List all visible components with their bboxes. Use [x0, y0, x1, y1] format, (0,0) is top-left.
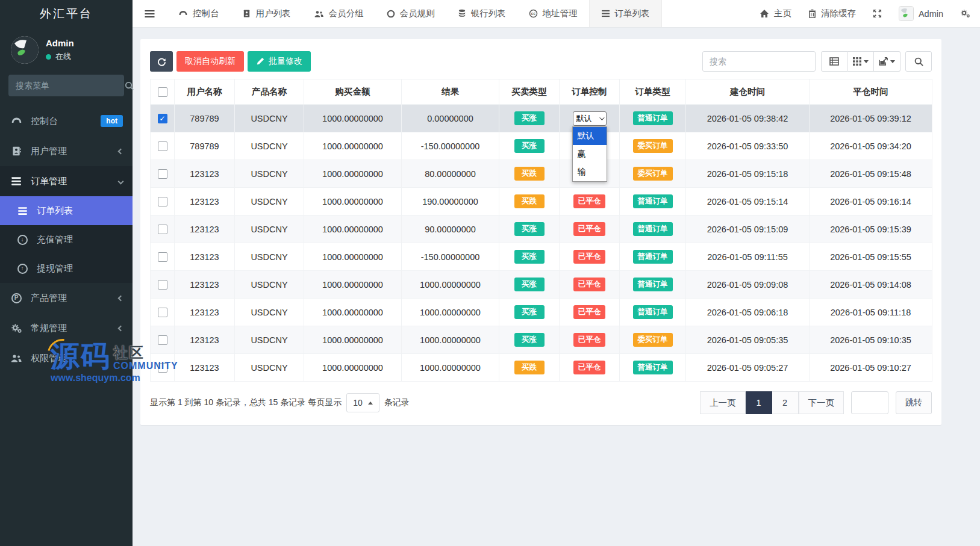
cell-product: USDCNY	[235, 216, 304, 243]
cell-trade-type: 买涨	[499, 132, 560, 160]
cell-result: 190.00000000	[402, 188, 499, 216]
row-select-cell	[151, 216, 175, 243]
table-row: ✓789789USDCNY1000.000000000.00000000买涨默认…	[151, 105, 932, 132]
cell-order-type: 委买订单	[620, 160, 686, 188]
settings-menu[interactable]	[960, 9, 970, 18]
dashboard-icon	[10, 116, 23, 127]
sidebar-item-user-management[interactable]: 用户管理	[0, 136, 133, 166]
prev-page-button[interactable]: 上一页	[700, 391, 746, 414]
sidebar-item-withdraw[interactable]: ↑ 提现管理	[0, 254, 133, 283]
table-row: 123123USDCNY1000.000000001000.00000000买涨…	[151, 326, 932, 354]
page-number-button[interactable]: 2	[772, 391, 799, 414]
toggle-view-button[interactable]	[821, 51, 847, 72]
user-status: 在线	[55, 51, 71, 62]
user-name: Admin	[46, 38, 74, 48]
sidebar-item-general-management[interactable]: 常规管理	[0, 313, 133, 343]
cell-close-time: 2026-01-05 09:34:20	[810, 132, 932, 160]
refresh-button[interactable]	[150, 51, 173, 72]
order-management-group: 订单管理 订单列表 ↓ 充值管理 ↑ 提现管理	[0, 166, 133, 283]
menu-search	[8, 75, 124, 96]
sidebar-item-product-management[interactable]: P 产品管理	[0, 283, 133, 313]
cell-trade-type: 买涨	[499, 271, 560, 299]
home-link[interactable]: 主页	[760, 8, 791, 19]
status-badge: 买涨	[514, 111, 545, 125]
tab-member-groups[interactable]: 会员分组	[302, 0, 375, 27]
page-number-button[interactable]: 1	[746, 391, 772, 414]
sidebar-item-recharge[interactable]: ↓ 充值管理	[0, 225, 133, 254]
cell-product: USDCNY	[235, 160, 304, 188]
cell-amount: 1000.00000000	[304, 271, 402, 299]
tab-address-management[interactable]: cc 地址管理	[517, 0, 589, 27]
cell-close-time: 2026-01-05 09:11:18	[810, 299, 932, 326]
cell-open-time: 2026-01-05 09:38:42	[686, 105, 810, 132]
columns-button[interactable]	[847, 51, 874, 72]
sidebar: 外汇平台 Admin 在线 控制台 hot 用户管理	[0, 0, 133, 546]
sidebar-item-dashboard[interactable]: 控制台 hot	[0, 106, 133, 136]
cell-order-type: 普通订单	[620, 354, 686, 382]
tab-bank-list[interactable]: 银行列表	[446, 0, 517, 27]
cell-open-time: 2026-01-05 09:05:27	[686, 354, 810, 382]
row-checkbox[interactable]	[158, 197, 167, 206]
cell-result: 80.00000000	[402, 160, 499, 188]
cell-trade-type: 买涨	[499, 105, 560, 132]
dashboard-icon	[178, 9, 188, 19]
cell-product: USDCNY	[235, 326, 304, 354]
status-badge: 已平仓	[573, 278, 606, 291]
clear-cache-link[interactable]: 清除缓存	[808, 8, 856, 19]
sidebar-item-permission-management[interactable]: 权限管理	[0, 343, 133, 373]
sidebar-toggle-button[interactable]	[133, 0, 167, 27]
content-area: 取消自动刷新 批量修改	[133, 28, 980, 425]
sidebar-item-order-list[interactable]: 订单列表	[0, 196, 133, 225]
row-checkbox[interactable]	[158, 252, 167, 262]
cell-open-time: 2026-01-05 09:15:09	[686, 216, 810, 243]
cancel-auto-refresh-button[interactable]: 取消自动刷新	[176, 51, 244, 72]
row-checkbox[interactable]	[158, 363, 167, 373]
chevron-left-icon	[118, 325, 124, 331]
user-menu[interactable]: Admin	[899, 6, 943, 21]
column-header: 建仓时间	[686, 79, 810, 105]
toolbar: 取消自动刷新 批量修改	[150, 51, 932, 72]
batch-edit-button[interactable]: 批量修改	[248, 51, 311, 72]
tab-user-list[interactable]: 用户列表	[231, 0, 302, 27]
records-summary: 显示第 1 到第 10 条记录，总共 15 条记录 每页显示	[150, 397, 342, 408]
row-checkbox[interactable]	[158, 280, 167, 290]
search-button[interactable]	[905, 51, 932, 72]
menu-search-input[interactable]	[16, 81, 125, 90]
cell-close-time: 2026-01-05 09:15:39	[810, 216, 932, 243]
page-size-select[interactable]: 10	[346, 393, 379, 412]
row-checkbox[interactable]	[158, 335, 167, 345]
select-all-header	[151, 79, 175, 105]
cell-result: 0.00000000	[402, 105, 499, 132]
row-checkbox[interactable]: ✓	[158, 114, 167, 123]
status-badge: 买跌	[514, 194, 545, 208]
dropdown-option[interactable]: 赢	[573, 145, 607, 163]
cell-open-time: 2026-01-05 09:05:35	[686, 326, 810, 354]
table-search-input[interactable]	[702, 51, 816, 72]
fullscreen-button[interactable]	[873, 9, 882, 18]
cell-order-type: 委买订单	[620, 326, 686, 354]
table-row: 123123USDCNY1000.000000001000.00000000买跌…	[151, 354, 932, 382]
row-checkbox[interactable]	[158, 141, 167, 151]
row-checkbox[interactable]	[158, 308, 167, 317]
export-button[interactable]	[874, 51, 900, 72]
tab-order-list[interactable]: 订单列表	[589, 0, 662, 27]
tab-console[interactable]: 控制台	[167, 0, 231, 27]
cell-close-time: 2026-01-05 09:15:55	[810, 243, 932, 271]
dropdown-option[interactable]: 默认	[573, 127, 607, 145]
cell-product: USDCNY	[235, 271, 304, 299]
status-badge: 已平仓	[573, 250, 606, 264]
jump-button[interactable]: 跳转	[896, 391, 932, 414]
dropdown-option[interactable]: 输	[573, 163, 607, 181]
row-checkbox[interactable]	[158, 225, 167, 234]
next-page-button[interactable]: 下一页	[799, 391, 844, 414]
sidebar-item-order-management[interactable]: 订单管理	[0, 166, 133, 196]
avatar	[11, 36, 39, 64]
row-checkbox[interactable]	[158, 169, 167, 179]
jump-page-input[interactable]	[851, 391, 888, 414]
tab-member-rules[interactable]: 会员规则	[375, 0, 446, 27]
status-badge: 委买订单	[633, 333, 673, 347]
select-all-checkbox[interactable]	[158, 87, 167, 97]
order-control-select[interactable]: 默认	[573, 111, 607, 126]
cell-product: USDCNY	[235, 243, 304, 271]
cell-product: USDCNY	[235, 188, 304, 216]
